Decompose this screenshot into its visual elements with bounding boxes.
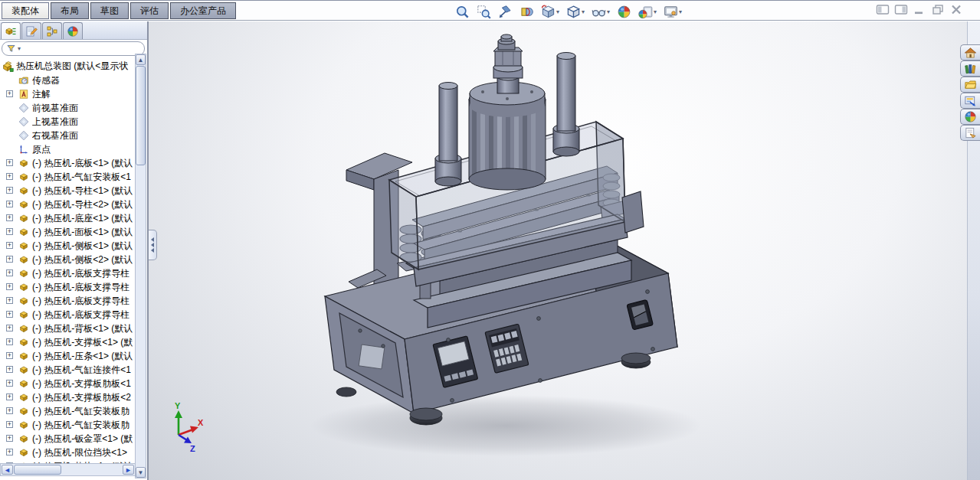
restore-button[interactable]	[931, 4, 945, 18]
view-palette-tab[interactable]	[960, 93, 980, 109]
filter-input[interactable]: ▾	[2, 41, 145, 56]
expand-icon[interactable]: +	[6, 256, 13, 263]
expand-icon[interactable]: +	[6, 297, 13, 304]
tree-item-sensors[interactable]: + 传感器	[0, 73, 135, 87]
propertymanager-tab[interactable]	[21, 22, 41, 39]
tree-item-component[interactable]: + (-) 热压机-气缸安装板肋	[0, 418, 135, 432]
expand-icon[interactable]: +	[6, 393, 13, 400]
expand-icon[interactable]: +	[6, 201, 13, 207]
hot-press-machine-model[interactable]: Y X Z	[149, 21, 980, 480]
graphics-viewport[interactable]: Y X Z	[149, 21, 980, 480]
tree-item-right-plane[interactable]: + 右视基准面	[0, 129, 135, 142]
expand-icon[interactable]: +	[6, 283, 13, 290]
tree-item-origin[interactable]: + 原点	[0, 142, 135, 156]
apply-scene-button[interactable]: ▾	[637, 4, 658, 20]
tab-assembly[interactable]: 装配体	[2, 2, 49, 19]
vertical-scroll-thumb[interactable]	[136, 66, 146, 165]
edit-appearance-button[interactable]: ▾	[615, 4, 633, 20]
tree-item-component[interactable]: + (-) 热压机-气缸连接件<1	[0, 363, 135, 377]
dropdown-caret-icon[interactable]: ▾	[607, 8, 610, 15]
close-button[interactable]	[949, 4, 963, 18]
tree-item-component[interactable]: + (-) 热压机-钣金罩<1> (默	[0, 432, 135, 446]
expand-icon[interactable]: +	[6, 311, 13, 318]
minimize-button[interactable]	[913, 4, 926, 18]
panel-splitter-handle[interactable]	[149, 230, 157, 260]
limit-stop-block[interactable]	[622, 191, 644, 233]
tree-item-front-plane[interactable]: + 前视基准面	[0, 101, 135, 115]
expand-icon[interactable]: +	[6, 228, 13, 235]
featuremanager-tab[interactable]	[1, 22, 21, 39]
tree-item-component[interactable]: + (-) 热压机-支撑板肋板<1	[0, 377, 135, 390]
tree-item-component[interactable]: + (-) 热压机-导柱<2> (默认	[0, 198, 135, 211]
scroll-up-arrow[interactable]: ▲	[136, 54, 146, 65]
collapse-right-pane-button[interactable]	[894, 4, 908, 18]
hide-show-items-button[interactable]: ▾	[590, 4, 611, 20]
tree-item-component[interactable]: + (-) 热压机-侧板<2> (默认	[0, 253, 135, 266]
tree-item-component[interactable]: + (-) 热压机-气缸安装板<1	[0, 170, 135, 184]
expand-icon[interactable]: +	[6, 352, 13, 359]
tree-item-component[interactable]: + (-) 热压机-面板<1> (默认	[0, 225, 135, 239]
tree-item-component[interactable]: + (-) 热压机-导柱<1> (默认	[0, 184, 135, 198]
file-explorer-tab[interactable]	[960, 77, 980, 93]
expand-icon[interactable]: +	[6, 435, 13, 442]
expand-icon[interactable]: +	[6, 269, 13, 276]
tree-item-component[interactable]: + (-) 热压机-底板支撑导柱	[0, 280, 135, 294]
expand-icon[interactable]: +	[6, 173, 13, 180]
expand-icon[interactable]: +	[6, 338, 13, 345]
dropdown-caret-icon[interactable]: ▾	[679, 8, 682, 15]
expand-icon[interactable]: +	[6, 242, 13, 249]
tree-item-component[interactable]: + (-) 热压机-限位挡块<1>	[0, 446, 135, 459]
tree-item-component[interactable]: + (-) 热压机-底板支撑导柱	[0, 294, 135, 308]
tree-item-component[interactable]: + (-) 热压机-支撑板<1> (默	[0, 335, 135, 349]
expand-icon[interactable]: +	[6, 366, 13, 373]
tab-sketch[interactable]: 草图	[90, 2, 129, 19]
expand-icon[interactable]: +	[6, 159, 13, 166]
appearances-scenes-tab[interactable]	[960, 109, 980, 125]
dropdown-caret-icon[interactable]: ▾	[654, 8, 657, 15]
expand-icon[interactable]: +	[6, 187, 13, 194]
dropdown-caret-icon[interactable]: ▾	[582, 8, 585, 15]
tree-root-assembly[interactable]: 热压机总装图 (默认<显示状	[2, 59, 133, 73]
tree-item-top-plane[interactable]: + 上视基准面	[0, 115, 135, 129]
scroll-right-arrow[interactable]: ►	[123, 465, 134, 475]
design-library-tab[interactable]	[960, 60, 980, 77]
expand-icon[interactable]: +	[6, 380, 13, 387]
expand-icon[interactable]: +	[6, 407, 13, 414]
previous-view-button[interactable]: ▾	[497, 4, 514, 20]
guide-column-left[interactable]	[435, 83, 461, 187]
guide-column-right[interactable]	[553, 53, 579, 157]
scroll-left-arrow[interactable]: ◄	[2, 465, 13, 475]
pneumatic-cylinder[interactable]	[469, 34, 546, 190]
display-style-button[interactable]: ▾	[565, 4, 586, 20]
tree-item-component[interactable]: + (-) 热压机-侧板<1> (默认	[0, 239, 135, 253]
tab-office-products[interactable]: 办公室产品	[170, 2, 236, 19]
view-orientation-button[interactable]: ▾	[539, 4, 561, 20]
tree-horizontal-scrollbar[interactable]: ◄ ►	[0, 463, 136, 476]
filter-dropdown-caret[interactable]: ▾	[18, 45, 21, 52]
tab-evaluate[interactable]: 评估	[130, 2, 169, 19]
tree-item-component[interactable]: + (-) 热压机-底板支撑导柱	[0, 266, 135, 280]
horizontal-scroll-thumb[interactable]	[14, 465, 61, 475]
dropdown-caret-icon[interactable]: ▾	[556, 8, 559, 15]
expand-icon[interactable]: +	[6, 90, 13, 97]
tree-item-component[interactable]: + (-) 热压机-压条<1> (默认	[0, 349, 135, 363]
expand-icon[interactable]: +	[6, 214, 13, 221]
expand-icon[interactable]: +	[6, 449, 13, 456]
section-view-button[interactable]: ▾	[518, 4, 536, 20]
tree-item-component[interactable]: + (-) 热压机-底板<1> (默认	[0, 156, 135, 170]
tree-vertical-scrollbar[interactable]: ▲ ▼	[135, 54, 146, 478]
tree-item-component[interactable]: + (-) 热压机-底板支撑导柱	[0, 308, 135, 322]
displaymanager-tab[interactable]	[63, 22, 83, 39]
view-settings-button[interactable]: ▾	[662, 4, 683, 20]
scroll-down-arrow[interactable]: ▼	[136, 467, 146, 478]
tree-item-annotations[interactable]: + 注解	[0, 87, 135, 101]
expand-icon[interactable]: +	[6, 325, 13, 331]
tree-item-component[interactable]: + (-) 热压机-气缸安装板肋	[0, 404, 135, 418]
expand-icon[interactable]: +	[6, 421, 13, 428]
tree-item-component[interactable]: + (-) 热压机-底座<1> (默认	[0, 211, 135, 225]
solidworks-resources-tab[interactable]	[960, 44, 980, 60]
configurationmanager-tab[interactable]	[42, 22, 62, 39]
tab-layout[interactable]: 布局	[51, 2, 89, 19]
tree-item-component[interactable]: + (-) 热压机-支撑板肋板<2	[0, 390, 135, 404]
custom-properties-tab[interactable]	[960, 125, 980, 141]
